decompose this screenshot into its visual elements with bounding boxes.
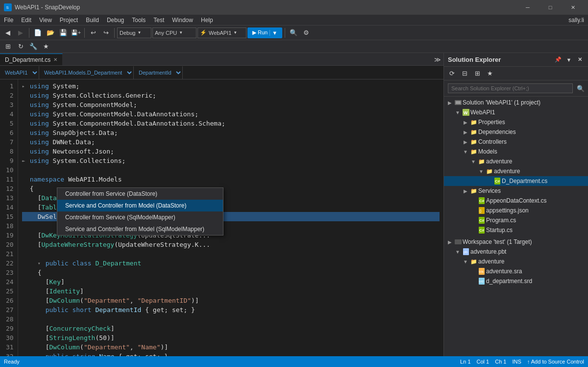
models-arrow: ▼ — [462, 149, 469, 155]
tree-startup[interactable]: C# Startup.cs — [444, 225, 588, 235]
menu-view[interactable]: View — [35, 15, 56, 26]
save-button[interactable]: 💾 — [57, 27, 69, 39]
menu-file[interactable]: File — [0, 15, 17, 26]
forward-button[interactable]: ▶ — [15, 27, 26, 39]
sra-label: adventure.sra — [486, 268, 522, 275]
adventure-folder-label: adventure — [486, 158, 512, 165]
se-pin-button[interactable]: 📌 — [554, 55, 563, 64]
save-all-button[interactable]: 💾+ — [70, 27, 82, 39]
menu-project[interactable]: Project — [56, 15, 82, 26]
ctx-controller-from-service[interactable]: Controller from Service (DataStore) — [57, 188, 223, 200]
se-sync-button[interactable]: ⟳ — [446, 68, 458, 79]
tab-label: D_Department.cs — [5, 56, 50, 63]
se-star-button[interactable]: ★ — [484, 68, 496, 79]
svg-text:S: S — [6, 5, 9, 10]
controllers-arrow: ▶ — [462, 139, 469, 145]
tree-d-dept-srd[interactable]: srd d_department.srd — [444, 276, 588, 286]
tree-properties[interactable]: ▶ 📁 Properties — [444, 117, 588, 127]
minimize-button[interactable]: ─ — [516, 0, 539, 15]
code-line-25: [DwColumn("Department", "DepartmentID")] — [22, 296, 440, 305]
close-button[interactable]: ✕ — [562, 0, 584, 15]
toolbar2: ⊞ ↻ 🔧 ★ — [0, 40, 588, 53]
breadcrumb-member-select[interactable]: DepartmentId — [134, 66, 183, 79]
open-button[interactable]: 📂 — [45, 27, 56, 39]
back-button[interactable]: ◀ — [2, 27, 14, 39]
ctx-service-and-controller-datastore[interactable]: Service and Controller from Model (DataS… — [57, 200, 223, 211]
run-button[interactable]: ▶ Run ▼ — [247, 27, 282, 38]
properties-label: Properties — [478, 119, 505, 126]
tree-adventure-pbt[interactable]: ▼ pb adventure.pbt — [444, 247, 588, 257]
tree-d-department[interactable]: C# D_Department.cs — [444, 176, 588, 186]
menu-test[interactable]: Test — [149, 15, 168, 26]
tree-adventure-inner[interactable]: ▼ 📁 adventure — [444, 166, 588, 176]
tree-dependencies[interactable]: ▶ 📁 Dependencies — [444, 127, 588, 137]
tree-models[interactable]: ▼ 📁 Models — [444, 147, 588, 157]
tree-adventure-folder[interactable]: ▼ 📁 adventure — [444, 157, 588, 166]
se-collapse-button[interactable]: ⊟ — [459, 68, 470, 79]
tree-project-webapi1[interactable]: ▼ W WebAPI1 — [444, 107, 588, 117]
code-line-26: public short DepartmentId { get; set; } — [22, 305, 440, 315]
new-file-button[interactable]: 📄 — [32, 27, 44, 39]
title-bar: S WebAPI1 - SnapDevelop ─ □ ✕ — [0, 0, 588, 15]
code-line-11: namespace WebAPI1.Models — [22, 175, 440, 184]
tree-services[interactable]: ▶ 📁 Services — [444, 186, 588, 196]
se-chevron-button[interactable]: ▼ — [564, 55, 573, 64]
menu-build[interactable]: Build — [82, 15, 103, 26]
breadcrumb-bar: WebAPI1 WebAPI1.Models.D_Department Depa… — [0, 66, 443, 79]
adventure-pbt-label: adventure.pbt — [470, 248, 506, 255]
maximize-button[interactable]: □ — [539, 0, 562, 15]
run-dropdown-arrow[interactable]: ▼ — [270, 30, 277, 36]
solution-view-btn[interactable]: ⊞ — [2, 41, 14, 52]
settings-button[interactable]: ⚙ — [300, 27, 312, 39]
star-btn[interactable]: ★ — [40, 41, 52, 52]
toolbar-separator-2 — [84, 28, 85, 38]
project-dropdown[interactable]: ⚡ WebAPI1 ▼ — [197, 27, 246, 38]
tree-adventure-sra[interactable]: sra adventure.sra — [444, 266, 588, 276]
menu-window[interactable]: Window — [168, 15, 197, 26]
breadcrumb-class-select[interactable]: WebAPI1.Models.D_Department — [39, 66, 134, 79]
controllers-label: Controllers — [478, 138, 507, 145]
models-label: Models — [478, 148, 497, 155]
scroll-tabs-right[interactable]: ≫ — [432, 53, 443, 65]
code-line-23: [Key] — [22, 277, 440, 287]
source-control[interactable]: ↑ Add to Source Control — [527, 359, 584, 365]
line-indicator: Ln 1 — [460, 359, 470, 365]
tree-appeon-context[interactable]: C# AppeonDataContext.cs — [444, 196, 588, 206]
tree-appsettings[interactable]: {} appsettings.json — [444, 206, 588, 215]
properties-btn[interactable]: 🔧 — [27, 41, 39, 52]
toolbar: ◀ ▶ 📄 📂 💾 💾+ ↩ ↪ Debug ▼ Any CPU ▼ ⚡ Web… — [0, 26, 588, 40]
undo-button[interactable]: ↩ — [87, 27, 99, 39]
adventure-pbt-icon: pb — [462, 248, 470, 256]
tab-department-cs[interactable]: D_Department.cs ✕ — [0, 53, 63, 65]
appsettings-icon: {} — [477, 207, 486, 214]
menu-debug[interactable]: Debug — [103, 15, 128, 26]
tree-program[interactable]: C# Program.cs — [444, 215, 588, 225]
debug-config-dropdown[interactable]: Debug ▼ — [117, 27, 151, 38]
solution-label: Solution 'WebAPI1' (1 project) — [463, 99, 540, 106]
code-editor[interactable]: 12345 678910 1112131415 18192021 2223242… — [0, 79, 443, 356]
tree-controllers[interactable]: ▶ 📁 Controllers — [444, 137, 588, 147]
search-button[interactable]: 🔍 — [288, 27, 299, 39]
se-properties-button[interactable]: ⊞ — [471, 68, 483, 79]
tree-workspace[interactable]: ▶ Workspace 'test' (1 Target) — [444, 237, 588, 247]
menu-edit[interactable]: Edit — [17, 15, 35, 26]
ctx-service-and-controller-sql[interactable]: Service and Controller from Model (SqlMo… — [57, 223, 223, 235]
tab-close-button[interactable]: ✕ — [53, 57, 57, 62]
refresh-btn[interactable]: ↻ — [15, 41, 26, 52]
code-line-6: using SnapObjects.Data; — [22, 128, 440, 137]
redo-button[interactable]: ↪ — [100, 27, 112, 39]
menu-help[interactable]: Help — [197, 15, 217, 26]
ctx-controller-from-service-sql[interactable]: Controller from Service (SqlModelMapper) — [57, 211, 223, 223]
platform-dropdown[interactable]: Any CPU ▼ — [152, 27, 196, 38]
tree-workspace-adventure[interactable]: ▼ 📁 adventure — [444, 257, 588, 266]
code-line-3: using System.ComponentModel; — [22, 100, 440, 109]
tree-solution[interactable]: ▶ Solution 'WebAPI1' (1 project) — [444, 98, 588, 107]
se-close-button[interactable]: ✕ — [575, 55, 584, 64]
breadcrumb-project-select[interactable]: WebAPI1 — [0, 66, 39, 79]
menu-tools[interactable]: Tools — [128, 15, 149, 26]
se-search-icon[interactable]: 🔍 — [576, 82, 586, 94]
code-line-22: { — [22, 268, 440, 277]
solution-icon — [454, 99, 463, 106]
ch-indicator: Ch 1 — [495, 359, 506, 365]
solution-explorer-search[interactable] — [448, 83, 573, 93]
